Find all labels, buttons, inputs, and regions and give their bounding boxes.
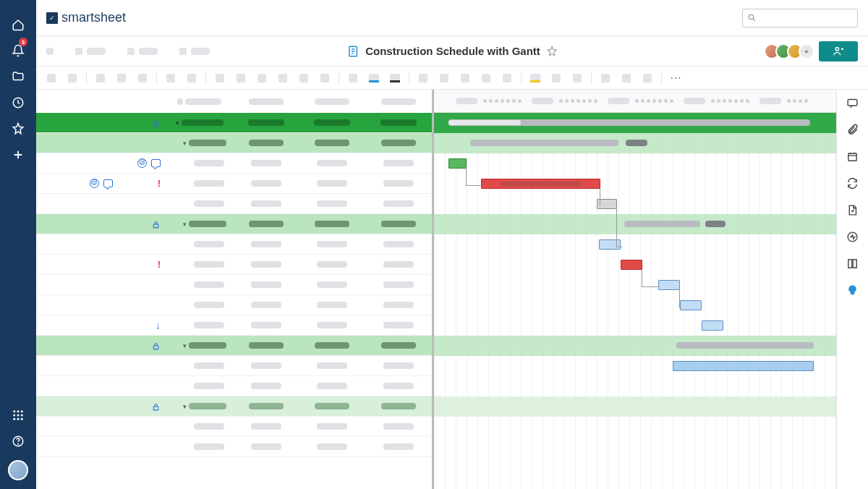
gantt-panel[interactable] [434, 90, 836, 489]
toolbar-button[interactable] [638, 69, 657, 87]
toolbar-button[interactable] [596, 69, 615, 87]
rail-brandfolder[interactable] [846, 284, 859, 299]
nav-rail: 3 [0, 0, 36, 489]
table-row[interactable]: ▾ [36, 113, 432, 133]
add-collaborator-button[interactable]: + [799, 43, 814, 59]
gantt-bar[interactable] [448, 158, 467, 169]
rail-publish[interactable] [846, 204, 859, 219]
table-row[interactable]: ! [36, 174, 432, 194]
table-row[interactable]: ▾ [36, 336, 432, 356]
toolbar-button[interactable] [91, 69, 110, 87]
gantt-bar[interactable] [680, 300, 702, 310]
table-row[interactable] [36, 295, 432, 315]
toolbar-button[interactable] [477, 69, 495, 87]
nav-home[interactable] [0, 12, 36, 38]
table-row[interactable] [36, 356, 432, 376]
gantt-row [434, 437, 836, 457]
toolbar-button[interactable] [617, 69, 636, 87]
toolbar-button[interactable] [344, 69, 362, 87]
rail-update-requests[interactable] [846, 177, 859, 192]
comment-icon[interactable] [103, 179, 113, 187]
table-row[interactable] [36, 417, 432, 437]
svg-point-7 [13, 418, 15, 420]
comment-icon[interactable] [151, 159, 161, 167]
toolbar-more[interactable]: ⋯ [666, 69, 685, 87]
gantt-bar[interactable] [673, 361, 814, 371]
gantt-row [434, 417, 836, 437]
share-button[interactable] [819, 41, 858, 61]
toolbar: ⋯ [36, 67, 868, 90]
gantt-bar[interactable] [702, 320, 723, 331]
table-row[interactable]: ▾ [36, 396, 432, 417]
nav-user-avatar[interactable] [8, 460, 28, 480]
gantt-summary-bar[interactable] [470, 140, 618, 146]
favorite-star-icon[interactable] [546, 46, 558, 57]
table-row[interactable]: ↓ [36, 315, 432, 336]
rail-activity-log[interactable] [846, 231, 859, 246]
table-row[interactable]: ▾ [36, 133, 432, 153]
main-area: smartsheet Construction Schedule with Ga… [36, 0, 868, 489]
nav-favorites[interactable] [0, 116, 36, 142]
gantt-row [434, 255, 836, 275]
toolbar-button[interactable] [182, 69, 201, 87]
toolbar-button[interactable] [252, 69, 271, 87]
toolbar-font-color[interactable] [365, 69, 383, 87]
gantt-row [434, 113, 836, 133]
rail-summary[interactable] [846, 258, 859, 273]
collaborator-avatars[interactable]: + [768, 43, 814, 59]
gantt-bar[interactable] [626, 140, 647, 146]
toolbar-button[interactable] [231, 69, 250, 87]
toolbar-button[interactable] [456, 69, 475, 87]
column-header-row [36, 90, 432, 113]
toolbar-button[interactable] [161, 69, 180, 87]
toolbar-button[interactable] [498, 69, 516, 87]
brand-logo[interactable]: smartsheet [46, 10, 126, 25]
search-input[interactable] [742, 9, 858, 27]
nav-create[interactable] [0, 142, 36, 168]
rail-attachments[interactable] [846, 124, 859, 139]
toolbar-button[interactable] [435, 69, 454, 87]
gantt-bar[interactable] [481, 179, 600, 189]
toolbar-button[interactable] [547, 69, 566, 87]
table-row[interactable] [36, 376, 432, 396]
toolbar-button[interactable] [63, 69, 82, 87]
toolbar-button[interactable] [112, 69, 131, 87]
toolbar-button[interactable] [315, 69, 334, 87]
gantt-bar[interactable] [705, 221, 726, 227]
toolbar-fill-color[interactable] [526, 69, 545, 87]
gantt-bar[interactable] [658, 280, 680, 290]
toolbar-button[interactable] [386, 69, 404, 87]
attachment-icon[interactable] [137, 158, 147, 168]
gantt-bar[interactable] [621, 260, 642, 270]
table-row[interactable]: ▾ [36, 214, 432, 234]
toolbar-button[interactable] [133, 69, 152, 87]
toolbar-button[interactable] [42, 69, 61, 87]
table-row[interactable] [36, 275, 432, 295]
sheet-icon [346, 45, 359, 58]
table-row[interactable] [36, 194, 432, 214]
rail-proofs[interactable] [846, 150, 859, 166]
table-row[interactable] [36, 437, 432, 457]
toolbar-button[interactable] [568, 69, 587, 87]
toolbar-button[interactable] [273, 69, 292, 87]
nav-launcher[interactable] [0, 402, 36, 428]
toolbar-button[interactable] [294, 69, 313, 87]
table-row[interactable] [36, 234, 432, 255]
toolbar-button[interactable] [210, 69, 229, 87]
table-row[interactable] [36, 153, 432, 174]
gantt-summary-bar[interactable] [624, 221, 700, 227]
gantt-row [434, 194, 836, 214]
toolbar-button[interactable] [414, 69, 433, 87]
right-rail [836, 90, 868, 489]
nav-notifications[interactable]: 3 [0, 38, 36, 64]
nav-recents[interactable] [0, 90, 36, 116]
table-row[interactable]: ! [36, 255, 432, 275]
svg-point-6 [21, 414, 23, 417]
nav-help[interactable] [0, 428, 36, 454]
attachment-icon[interactable] [90, 179, 99, 188]
gantt-summary-bar[interactable] [676, 342, 814, 349]
nav-folders[interactable] [0, 64, 36, 90]
lock-icon [151, 341, 161, 350]
rail-conversations[interactable] [846, 97, 859, 112]
sheet-title-text: Construction Schedule with Gantt [365, 45, 540, 57]
